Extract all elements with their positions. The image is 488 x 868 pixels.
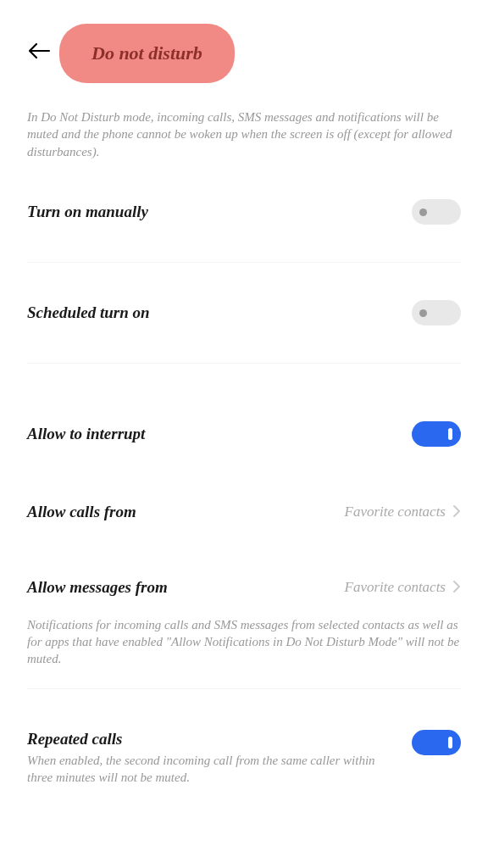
contacts-description: Notifications for incoming calls and SMS… — [0, 616, 488, 688]
allow-to-interrupt-label: Allow to interrupt — [27, 425, 145, 443]
chevron-right-icon — [452, 578, 461, 598]
back-arrow-icon[interactable] — [27, 40, 53, 67]
scheduled-turn-on-label: Scheduled turn on — [27, 303, 150, 322]
scheduled-turn-on-row[interactable]: Scheduled turn on — [0, 285, 488, 341]
repeated-calls-row[interactable]: Repeated calls When enabled, the second … — [0, 715, 488, 788]
allow-calls-from-value: Favorite contacts — [345, 503, 461, 522]
turn-on-manually-label: Turn on manually — [27, 203, 148, 221]
page-title: Do not disturb — [59, 24, 235, 83]
repeated-calls-label: Repeated calls — [27, 730, 398, 748]
repeated-calls-description: When enabled, the second incoming call f… — [27, 752, 398, 787]
turn-on-manually-toggle[interactable] — [412, 199, 461, 225]
chevron-right-icon — [452, 503, 461, 522]
allow-messages-from-value: Favorite contacts — [345, 578, 461, 598]
repeated-calls-toggle[interactable] — [412, 730, 461, 755]
allow-calls-from-value-text: Favorite contacts — [345, 504, 446, 520]
allow-messages-from-label: Allow messages from — [27, 578, 168, 597]
allow-to-interrupt-toggle[interactable] — [412, 421, 461, 447]
scheduled-turn-on-toggle[interactable] — [412, 300, 461, 326]
allow-calls-from-label: Allow calls from — [27, 503, 136, 521]
allow-to-interrupt-row[interactable]: Allow to interrupt — [0, 406, 488, 462]
intro-description: In Do Not Disturb mode, incoming calls, … — [0, 100, 488, 184]
allow-messages-from-value-text: Favorite contacts — [345, 579, 446, 596]
allow-messages-from-row[interactable]: Allow messages from Favorite contacts — [0, 563, 488, 613]
turn-on-manually-row[interactable]: Turn on manually — [0, 184, 488, 240]
allow-calls-from-row[interactable]: Allow calls from Favorite contacts — [0, 487, 488, 537]
header: Do not disturb — [0, 0, 488, 100]
